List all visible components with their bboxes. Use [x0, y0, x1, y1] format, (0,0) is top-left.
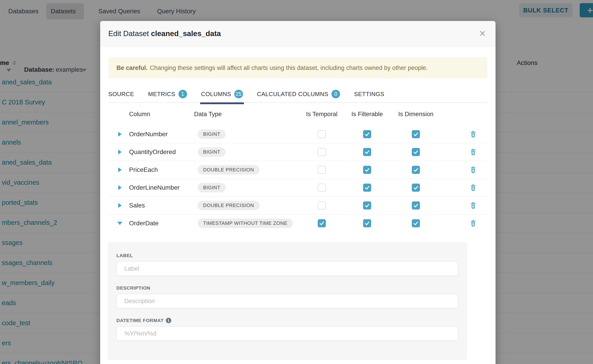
column-name: OrderDate [123, 220, 194, 227]
data-type-pill: TIMESTAMP WITHOUT TIME ZONE [198, 219, 293, 228]
tab-label: METRICS [148, 90, 175, 98]
column-header-is-temporal: Is Temporal [302, 111, 341, 118]
warning-bold: Be careful. [116, 65, 148, 72]
column-row: QuantityOrderedBIGINT [108, 143, 488, 161]
is-filterable-checkbox[interactable] [363, 219, 371, 227]
data-type-pill: BIGINT [198, 147, 226, 157]
tab-label: COLUMNS [201, 90, 231, 98]
is-dimension-checkbox[interactable] [412, 130, 420, 138]
is-filterable-checkbox[interactable] [363, 148, 371, 156]
delete-column-button[interactable] [470, 202, 476, 209]
columns-table-header: Column Data Type Is Temporal Is Filterab… [108, 103, 488, 125]
delete-column-button[interactable] [470, 166, 476, 173]
tab-label: SETTINGS [354, 90, 384, 98]
is-dimension-checkbox[interactable] [412, 219, 420, 227]
modal-body: Be careful. Changing these settings will… [100, 57, 495, 360]
is-dimension-checkbox[interactable] [412, 166, 420, 174]
modal-header: Edit Dataset cleaned_sales_data ✕ [100, 21, 495, 46]
is-filterable-checkbox[interactable] [363, 166, 371, 174]
label-field-label: LABEL [116, 253, 458, 258]
warning-text: Changing these settings will affect all … [150, 65, 428, 72]
column-row: OrderLineNumberBIGINT [108, 179, 488, 197]
metrics-count-badge: 1 [178, 90, 187, 98]
tab-columns[interactable]: COLUMNS25 [201, 90, 243, 98]
column-row: PriceEachDOUBLE PRECISION [108, 161, 488, 179]
is-temporal-checkbox[interactable] [318, 219, 326, 227]
column-detail-panel: LABEL DESCRIPTION DATETIME FORMAT i [107, 242, 467, 360]
column-row: OrderNumberBIGINT [108, 125, 488, 143]
datetime-format-field-label: DATETIME FORMAT i [116, 318, 458, 323]
tab-source[interactable]: SOURCE [108, 90, 134, 98]
tab-label: SOURCE [108, 90, 134, 98]
expand-caret-icon[interactable] [118, 185, 122, 190]
warning-banner: Be careful. Changing these settings will… [108, 57, 488, 78]
delete-column-button[interactable] [470, 131, 476, 137]
column-name: QuantityOrdered [123, 148, 194, 156]
delete-column-button[interactable] [470, 220, 476, 227]
is-temporal-checkbox[interactable] [318, 130, 326, 138]
column-header-column: Column [123, 111, 194, 118]
column-name: OrderLineNumber [123, 184, 194, 191]
modal-title-prefix: Edit Dataset [108, 29, 149, 38]
datetime-format-input[interactable] [116, 326, 458, 341]
columns-count-badge: 25 [234, 90, 243, 98]
data-type-pill: DOUBLE PRECISION [198, 201, 259, 210]
is-filterable-checkbox[interactable] [363, 202, 371, 209]
column-name: PriceEach [123, 166, 194, 173]
calculated-columns-count-badge: 0 [331, 90, 340, 98]
is-dimension-checkbox[interactable] [412, 148, 420, 156]
delete-column-button[interactable] [470, 184, 476, 191]
data-type-pill: BIGINT [198, 183, 226, 192]
is-filterable-checkbox[interactable] [363, 184, 371, 192]
column-header-is-filterable: Is Filterable [341, 111, 393, 118]
data-type-pill: DOUBLE PRECISION [198, 165, 259, 175]
column-name: Sales [123, 202, 194, 209]
columns-table: OrderNumberBIGINTQuantityOrderedBIGINTPr… [108, 125, 488, 232]
expand-caret-icon[interactable] [118, 167, 122, 172]
collapse-caret-icon[interactable] [117, 222, 122, 225]
tab-settings[interactable]: SETTINGS [354, 90, 384, 98]
expand-caret-icon[interactable] [118, 150, 122, 155]
modal-title: Edit Dataset cleaned_sales_data [108, 29, 221, 38]
is-temporal-checkbox[interactable] [318, 202, 326, 209]
data-type-pill: BIGINT [198, 130, 226, 139]
close-icon[interactable]: ✕ [477, 29, 488, 38]
is-dimension-checkbox[interactable] [412, 184, 420, 192]
description-field-label: DESCRIPTION [116, 285, 458, 291]
modal-tabs: SOURCE METRICS1 COLUMNS25 CALCULATED COL… [108, 90, 488, 103]
info-icon[interactable]: i [166, 318, 171, 323]
tab-metrics[interactable]: METRICS1 [148, 90, 187, 98]
is-temporal-checkbox[interactable] [318, 184, 326, 192]
column-row: SalesDOUBLE PRECISION [108, 197, 488, 214]
modal-dataset-name: cleaned_sales_data [151, 29, 221, 38]
screen: Databases Datasets Saved Queries Query H… [0, 0, 593, 364]
is-temporal-checkbox[interactable] [318, 148, 326, 156]
is-filterable-checkbox[interactable] [363, 130, 371, 138]
is-dimension-checkbox[interactable] [412, 202, 420, 209]
expand-caret-icon[interactable] [118, 132, 122, 137]
label-input[interactable] [116, 261, 458, 276]
tab-calculated-columns[interactable]: CALCULATED COLUMNS0 [257, 90, 340, 98]
column-name: OrderNumber [123, 130, 194, 138]
is-temporal-checkbox[interactable] [318, 166, 326, 174]
column-header-data-type: Data Type [194, 111, 302, 118]
column-row: OrderDateTIMESTAMP WITHOUT TIME ZONE [108, 214, 488, 232]
delete-column-button[interactable] [470, 149, 476, 155]
expand-caret-icon[interactable] [118, 203, 122, 208]
tab-label: CALCULATED COLUMNS [257, 90, 328, 98]
column-header-is-dimension: Is Dimension [393, 111, 439, 118]
edit-dataset-modal: Edit Dataset cleaned_sales_data ✕ Be car… [100, 21, 495, 364]
description-input[interactable] [116, 294, 458, 308]
